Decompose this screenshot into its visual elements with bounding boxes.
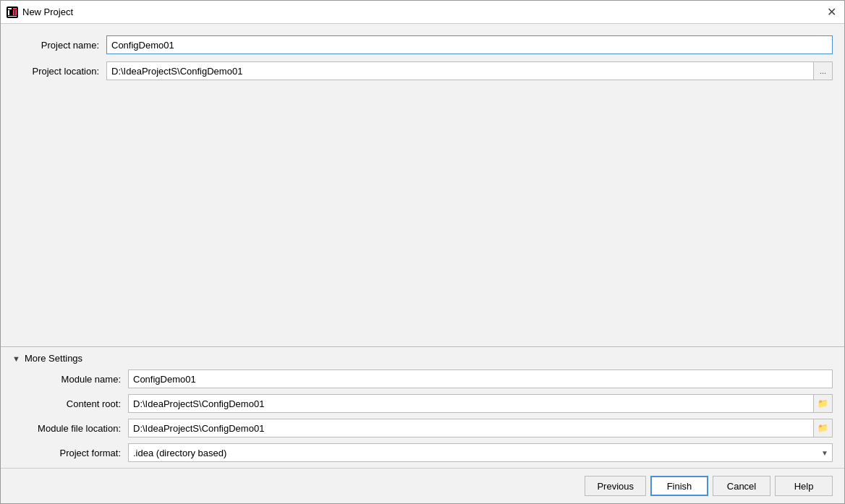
module-file-location-row: Module file location: 📁 [12, 419, 833, 437]
finish-button[interactable]: Finish [650, 476, 708, 496]
content-root-row: Content root: 📁 [12, 394, 833, 413]
module-file-location-label: Module file location: [12, 423, 128, 434]
project-location-row: Project location: ... [12, 61, 833, 80]
svg-rect-2 [8, 10, 9, 15]
more-settings-toggle[interactable]: ▼ More Settings [12, 353, 833, 364]
help-button[interactable]: Help [775, 476, 833, 496]
project-name-label: Project name: [12, 40, 106, 51]
more-settings-label: More Settings [25, 353, 82, 364]
svg-rect-4 [13, 10, 14, 15]
project-location-field-wrapper: ... [106, 61, 833, 80]
cancel-button[interactable]: Cancel [713, 476, 770, 496]
new-project-dialog: New Project ✕ Project name: Project loca… [0, 0, 845, 504]
previous-button[interactable]: Previous [585, 476, 646, 496]
button-row: Previous Finish Cancel Help [1, 468, 844, 503]
module-file-location-input[interactable] [128, 419, 814, 437]
project-format-select-wrapper: .idea (directory based) Eclipse (.classp… [128, 443, 833, 462]
module-name-label: Module name: [12, 374, 128, 385]
content-root-browse-button[interactable]: 📁 [814, 394, 833, 413]
close-button[interactable]: ✕ [824, 5, 838, 20]
module-file-location-browse-button[interactable]: 📁 [814, 419, 833, 437]
collapse-arrow-icon: ▼ [12, 354, 20, 363]
content-root-label: Content root: [12, 398, 128, 409]
content-root-input[interactable] [128, 394, 814, 413]
project-name-row: Project name: [12, 35, 833, 54]
svg-rect-1 [8, 8, 12, 9]
project-format-label: Project format: [12, 448, 128, 458]
content-root-field-wrapper: 📁 [128, 394, 833, 413]
app-icon [7, 7, 18, 18]
svg-rect-6 [8, 16, 17, 17]
dialog-content: Project name: Project location: ... ▼ Mo… [1, 24, 844, 468]
module-name-input[interactable] [128, 370, 833, 388]
project-name-input[interactable] [106, 35, 833, 54]
more-settings-section: ▼ More Settings Module name: Content roo… [1, 346, 844, 468]
dialog-title: New Project [22, 7, 824, 17]
title-bar: New Project ✕ [1, 1, 844, 24]
more-settings-content: Module name: Content root: 📁 Module f [12, 370, 833, 462]
folder-icon: 📁 [818, 398, 828, 409]
project-location-browse-button[interactable]: ... [814, 61, 833, 80]
svg-rect-5 [15, 10, 17, 15]
spacer [12, 87, 833, 346]
folder-icon-2: 📁 [818, 423, 828, 433]
module-name-row: Module name: [12, 370, 833, 388]
project-format-row: Project format: .idea (directory based) … [12, 443, 833, 462]
project-format-select[interactable]: .idea (directory based) Eclipse (.classp… [128, 443, 833, 462]
svg-rect-3 [13, 8, 17, 9]
project-location-label: Project location: [12, 66, 106, 77]
module-file-location-field-wrapper: 📁 [128, 419, 833, 437]
project-location-input[interactable] [106, 61, 814, 80]
